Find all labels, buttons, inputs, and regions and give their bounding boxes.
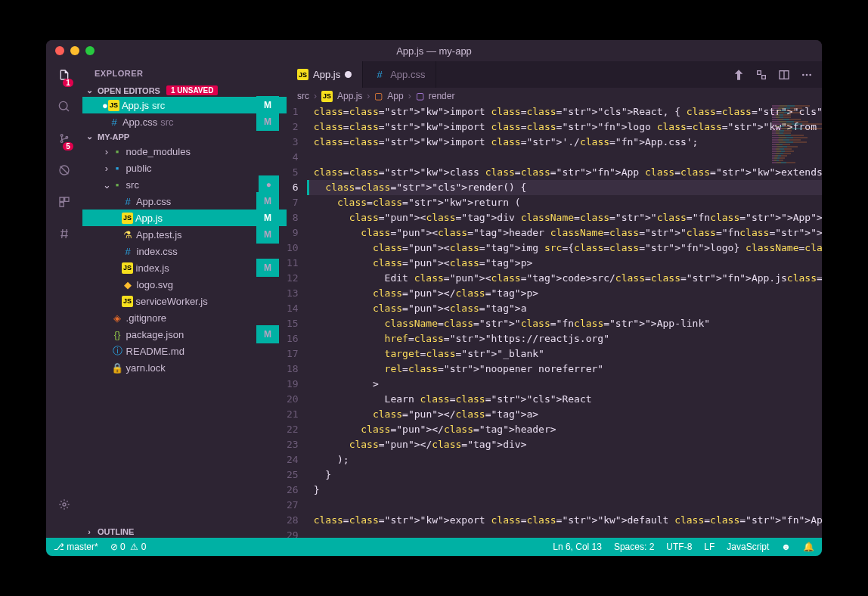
- project-section[interactable]: ⌄ MY-APP: [82, 130, 287, 143]
- tree-item[interactable]: 🔒 yarn.lock: [82, 359, 287, 376]
- file-name: public: [123, 163, 152, 174]
- css-icon: #: [122, 195, 134, 207]
- titlebar[interactable]: App.js — my-app: [46, 40, 822, 61]
- js-icon: JS: [297, 69, 308, 80]
- encoding[interactable]: UTF-8: [666, 542, 692, 552]
- svg-icon: ◆: [122, 278, 134, 290]
- close-window-icon[interactable]: [55, 46, 64, 55]
- json-icon: {}: [111, 328, 123, 340]
- tree-item[interactable]: ⌄▪ src●: [82, 176, 287, 193]
- feedback-icon[interactable]: ☻: [781, 542, 791, 552]
- file-name: README.md: [123, 346, 184, 357]
- bell-icon[interactable]: 🔔: [803, 542, 814, 552]
- method-icon: ▢: [416, 91, 424, 101]
- tree-item[interactable]: ◈ .gitignore: [82, 309, 287, 326]
- zoom-window-icon[interactable]: [85, 46, 95, 55]
- activity-files[interactable]: 1: [58, 69, 70, 84]
- tree-item[interactable]: # index.css: [82, 243, 287, 259]
- eol[interactable]: LF: [704, 542, 715, 552]
- code-content[interactable]: class=class="str">"kw">import class=clas…: [309, 104, 822, 538]
- problems[interactable]: ⊘ 0 ⚠ 0: [110, 542, 147, 552]
- file-name: yarn.lock: [123, 362, 166, 374]
- tab-label: App.css: [390, 69, 425, 80]
- tree-item[interactable]: JS serviceWorker.js: [82, 293, 287, 309]
- crumb[interactable]: render: [429, 91, 455, 101]
- file-name: logo.svg: [134, 279, 173, 290]
- scm-status: M: [256, 325, 279, 343]
- breadcrumbs[interactable]: src› JS App.js› ▢ App› ▢ render: [287, 88, 822, 104]
- outline-section[interactable]: › OUTLINE: [82, 526, 287, 538]
- sidebar: EXPLORER ⌄ OPEN EDITORS 1 UNSAVED ●JS Ap…: [82, 61, 287, 538]
- lock-icon: 🔒: [111, 362, 123, 374]
- tree-item[interactable]: ›▪ public: [82, 160, 287, 176]
- info-icon: ⓘ: [111, 345, 123, 357]
- file-dir: src: [152, 100, 165, 111]
- indent[interactable]: Spaces: 2: [614, 542, 654, 552]
- open-editors-section[interactable]: ⌄ OPEN EDITORS 1 UNSAVED: [82, 84, 287, 97]
- class-icon: ▢: [374, 91, 383, 101]
- crumb[interactable]: App.js: [337, 91, 362, 101]
- minimize-window-icon[interactable]: [70, 46, 79, 55]
- js-icon: JS: [122, 262, 133, 274]
- open-editor-item[interactable]: ●JS App.jssrcM: [82, 97, 287, 113]
- line-gutter[interactable]: 1234567891011121314151617181920212223242…: [287, 104, 309, 538]
- traffic-lights: [46, 46, 95, 55]
- unsaved-pill: 1 UNSAVED: [166, 85, 219, 95]
- tree-item[interactable]: {} package.jsonM: [82, 326, 287, 343]
- files-badge: 1: [63, 79, 73, 87]
- file-name: App.js: [119, 100, 149, 111]
- git-branch[interactable]: ⎇ master*: [54, 542, 98, 552]
- tree-item[interactable]: ›▪ node_modules: [82, 143, 287, 160]
- project-label: MY-APP: [98, 132, 129, 141]
- tree-item[interactable]: ⓘ README.md: [82, 343, 287, 359]
- editor-tab[interactable]: JSApp.js: [287, 61, 363, 88]
- window-title: App.js — my-app: [46, 45, 822, 57]
- git-icon: ◈: [111, 312, 123, 324]
- file-dir: src: [160, 116, 173, 128]
- file-name: serviceWorker.js: [133, 296, 208, 307]
- more-icon[interactable]: [801, 69, 813, 81]
- modified-dot-icon: ●: [102, 100, 108, 111]
- search-icon: [58, 101, 70, 113]
- crumb[interactable]: src: [297, 91, 309, 101]
- open-editors-label: OPEN EDITORS: [98, 86, 160, 95]
- activity-hash[interactable]: [58, 228, 70, 243]
- file-name: App.test.js: [134, 229, 182, 241]
- tree-item[interactable]: # App.cssM: [82, 193, 287, 210]
- split-editor-icon[interactable]: [778, 69, 790, 81]
- activity-search[interactable]: [58, 101, 70, 116]
- svg-point-1: [63, 503, 66, 506]
- chevron-down-icon: ⌄: [84, 85, 95, 95]
- scm-status: M: [256, 96, 279, 114]
- file-name: package.json: [123, 329, 184, 340]
- hash-icon: [58, 228, 70, 240]
- file-name: .gitignore: [123, 312, 166, 324]
- js-icon: JS: [321, 91, 333, 102]
- activity-extensions[interactable]: [58, 196, 70, 211]
- scm-status: M: [256, 225, 279, 244]
- cursor-position[interactable]: Ln 6, Col 13: [553, 542, 602, 552]
- open-changes-icon[interactable]: [755, 69, 767, 81]
- activity-debug[interactable]: [58, 164, 70, 179]
- file-name: src: [123, 179, 139, 191]
- tree-item[interactable]: JS App.jsM: [82, 210, 287, 226]
- svg-point-4: [806, 73, 808, 76]
- activity-settings[interactable]: [58, 498, 70, 514]
- scm-status: M: [256, 192, 279, 210]
- tree-item[interactable]: ◆ logo.svg: [82, 276, 287, 293]
- file-name: index.js: [133, 262, 169, 274]
- language-mode[interactable]: JavaScript: [727, 542, 769, 552]
- chevron-icon: ›: [102, 146, 111, 157]
- modified-dot-icon: [345, 71, 352, 78]
- editor-tab[interactable]: #App.css: [363, 61, 436, 88]
- sidebar-title: EXPLORER: [82, 61, 287, 84]
- open-editor-item[interactable]: # App.csssrcM: [82, 113, 287, 130]
- tree-item[interactable]: ⚗ App.test.jsM: [82, 226, 287, 243]
- activity-scm[interactable]: 5: [58, 132, 70, 147]
- tree-item[interactable]: JS index.jsM: [82, 259, 287, 276]
- chevron-icon: ⌄: [102, 179, 111, 191]
- code-editor[interactable]: 1234567891011121314151617181920212223242…: [287, 104, 822, 538]
- compare-icon[interactable]: [733, 69, 745, 81]
- chevron-right-icon: ›: [84, 527, 95, 536]
- crumb[interactable]: App: [387, 91, 403, 101]
